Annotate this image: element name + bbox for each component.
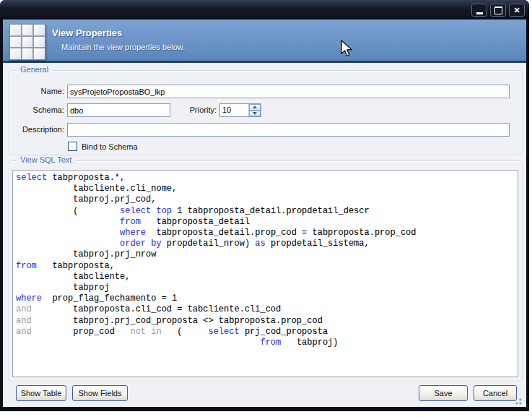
resize-grip[interactable] [513,396,522,405]
screen: ✕ View Properties Maintain the view prop… [0,0,532,417]
chevron-up-icon [253,106,257,108]
name-label: Name: [9,87,64,95]
minimize-button[interactable] [471,4,487,17]
schema-label: Schema: [9,106,64,114]
window-controls: ✕ [471,4,525,17]
priority-up-button[interactable] [249,104,261,111]
name-input[interactable] [67,85,510,98]
chevron-down-icon [253,112,257,115]
cancel-button[interactable]: Cancel [474,385,517,401]
view-sql-groupbox-label: View SQL Text [17,155,75,164]
priority-down-button[interactable] [249,111,261,117]
close-icon: ✕ [513,6,520,15]
dialog-subtitle: Maintain the view properties below. [61,43,185,51]
dialog-title: View Properties [52,27,122,38]
bind-to-schema-label: Bind to Schema [82,142,138,151]
view-properties-window: ✕ View Properties Maintain the view prop… [0,0,529,411]
show-fields-button[interactable]: Show Fields [72,385,128,401]
priority-value: 10 [220,104,248,116]
show-table-button[interactable]: Show Table [16,385,66,401]
close-button[interactable]: ✕ [509,4,525,17]
titlebar[interactable]: ✕ [0,0,529,20]
dialog-banner: View Properties Maintain the view proper… [3,20,526,63]
grid-table-icon [9,24,45,60]
bind-to-schema-checkbox[interactable] [68,142,77,151]
general-groupbox-label: General [17,65,52,74]
priority-spin-buttons [248,104,261,116]
maximize-button[interactable] [490,4,506,17]
dialog-content: General Name: Schema: Priority: 10 Descr… [3,63,526,407]
maximize-icon [494,7,502,14]
mouse-cursor-icon [341,40,353,58]
save-button[interactable]: Save [419,385,468,401]
priority-stepper[interactable]: 10 [219,103,261,117]
schema-input[interactable] [67,103,170,117]
priority-label: Priority: [156,106,217,114]
sql-text-editor[interactable]: select tabproposta.*, tabcliente.cli_nom… [12,170,518,377]
minimize-icon [476,12,483,14]
description-input[interactable] [67,123,510,137]
sql-text: select tabproposta.*, tabcliente.cli_nom… [13,171,518,348]
description-label: Description: [9,125,64,134]
